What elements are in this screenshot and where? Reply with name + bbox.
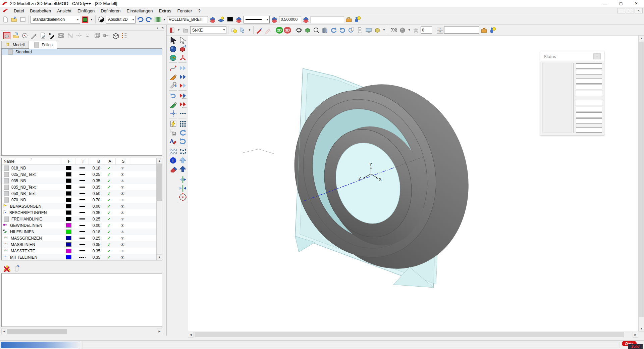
dots-c-icon[interactable] xyxy=(178,147,187,156)
rotate-cycle-icon[interactable] xyxy=(169,91,177,100)
status-field[interactable] xyxy=(576,70,602,75)
status-field[interactable] xyxy=(576,85,602,90)
table-row[interactable]: 050_NB_Text0.50✓ xyxy=(2,190,162,197)
layer-active-cell[interactable]: ✓ xyxy=(102,223,116,228)
layer-color-cell[interactable] xyxy=(61,204,75,208)
layer-active-cell[interactable]: ✓ xyxy=(102,217,116,221)
col-header-t[interactable]: T xyxy=(75,158,89,165)
menu-bearbeiten[interactable]: Bearbeiten xyxy=(27,8,54,14)
status-field[interactable] xyxy=(576,100,602,105)
scroll-thumb[interactable] xyxy=(639,42,644,317)
menu-datei[interactable]: Datei xyxy=(11,8,27,14)
layer-visible-cell[interactable] xyxy=(116,211,129,215)
pencil-gray-icon[interactable] xyxy=(30,32,38,40)
status-field[interactable] xyxy=(576,106,602,111)
layer-linetype-cell[interactable] xyxy=(75,193,89,194)
dropdown-arrow-icon[interactable]: ▼ xyxy=(90,15,94,23)
rotate-left-icon[interactable] xyxy=(330,26,338,34)
badge-2d[interactable]: 2D xyxy=(276,27,283,34)
zoom-pages-icon[interactable] xyxy=(321,26,329,34)
line-width-input[interactable] xyxy=(279,16,301,23)
layer-linetype-cell[interactable] xyxy=(75,206,89,207)
helper-pen-icon[interactable]: H xyxy=(48,32,56,40)
dropdown-arrow-icon[interactable]: ▼ xyxy=(382,26,386,34)
layer-visible-cell[interactable] xyxy=(116,236,129,240)
line-name-input[interactable] xyxy=(167,16,208,23)
col-header-s[interactable]: S xyxy=(116,158,129,165)
table-row[interactable]: BEMASSUNGEN0.00✓ xyxy=(2,203,162,209)
tab-folien[interactable]: Folien xyxy=(29,41,57,49)
table-row[interactable]: 018_NB0.18✓ xyxy=(2,165,162,171)
layer-visible-cell[interactable] xyxy=(116,204,129,208)
orbit-page-icon[interactable] xyxy=(347,26,355,34)
dots-b-icon[interactable] xyxy=(178,119,187,128)
selection-mode-select[interactable]: Standardselektion▼ xyxy=(31,16,80,23)
dots-a-icon[interactable] xyxy=(178,109,187,117)
bolt-icon[interactable] xyxy=(102,32,110,40)
mirror-b-icon[interactable] xyxy=(178,184,187,192)
child-close-button[interactable]: ✕ xyxy=(635,8,643,13)
layer-linetype-cell[interactable] xyxy=(75,174,89,175)
layer-color-cell[interactable] xyxy=(61,230,75,234)
layer-linetype-cell[interactable] xyxy=(75,218,89,219)
iso-box-icon[interactable] xyxy=(111,32,119,40)
scroll-thumb[interactable] xyxy=(157,164,162,201)
wrench-icon[interactable] xyxy=(169,81,177,90)
aux-3d-input[interactable] xyxy=(444,27,479,34)
layer-visible-cell[interactable] xyxy=(116,179,129,183)
window-icon[interactable] xyxy=(19,15,27,23)
table-row[interactable]: BESCHRIFTUNGEN0.35✓ xyxy=(2,209,162,216)
rotate-right-icon[interactable] xyxy=(338,26,346,34)
layer-visible-cell[interactable] xyxy=(116,198,129,202)
layer-visible-cell[interactable] xyxy=(116,243,129,247)
layer-active-cell[interactable]: ✓ xyxy=(102,204,116,209)
count-spinner-value[interactable]: 0 xyxy=(421,27,432,34)
layer-active-cell[interactable]: ✓ xyxy=(102,210,116,215)
layer-color-cell[interactable] xyxy=(61,255,75,259)
layer-table-vscrollbar[interactable]: ▲ ▼ xyxy=(156,158,162,260)
layer-linetype-cell[interactable] xyxy=(75,180,89,181)
layer-visible-cell[interactable] xyxy=(116,230,129,234)
text-edit-icon[interactable]: A xyxy=(169,137,177,145)
layer-color-cell[interactable] xyxy=(61,210,75,215)
layer-active-cell[interactable]: ✓ xyxy=(102,242,116,247)
layer-color-cell[interactable] xyxy=(61,223,75,228)
scroll-right-icon[interactable]: ▶ xyxy=(633,332,638,338)
child-restore-button[interactable]: ▢ xyxy=(626,8,634,13)
layer-linetype-cell[interactable] xyxy=(75,167,89,168)
timer-icon[interactable] xyxy=(21,32,29,40)
layer-active-cell[interactable]: ✓ xyxy=(102,191,116,196)
table-row[interactable]: GEWINDELINIEN0.00✓ xyxy=(2,222,162,229)
layer-linetype-cell[interactable] xyxy=(75,212,89,213)
layer-color-cell[interactable] xyxy=(61,242,75,247)
child-minimize-button[interactable]: — xyxy=(617,8,625,13)
paste-clipboard-icon[interactable] xyxy=(13,264,21,272)
layer-diamond-icon[interactable] xyxy=(270,15,278,23)
dash-icon[interactable] xyxy=(84,32,92,40)
layer-visible-cell[interactable] xyxy=(116,255,129,259)
table-row[interactable]: HHILFSLINIEN0.18✓ xyxy=(2,229,162,235)
layer-active-cell[interactable]: ✓ xyxy=(102,230,116,234)
layer-color-cell[interactable] xyxy=(61,166,75,170)
layer-diamond-icon[interactable] xyxy=(235,15,243,23)
orbit-icon[interactable] xyxy=(295,26,303,34)
layer-color-cell[interactable] xyxy=(61,172,75,177)
spin-down-icon[interactable]: ▼ xyxy=(437,30,443,34)
menu-einstellungen[interactable]: Einstellungen xyxy=(123,8,156,14)
tree-item-standard[interactable]: Standard xyxy=(2,49,162,55)
toolbox-icon[interactable] xyxy=(345,15,353,23)
layer-visible-cell[interactable] xyxy=(116,172,129,177)
col-header-a[interactable]: A xyxy=(102,158,116,165)
layer-active-cell[interactable]: ✓ xyxy=(102,166,116,170)
layer-linetype-cell[interactable] xyxy=(75,231,89,232)
layer-active-cell[interactable]: ✓ xyxy=(102,179,116,183)
dock-collapse-button[interactable]: ◂ xyxy=(155,26,160,30)
sheet-pencil-icon[interactable] xyxy=(39,32,47,40)
layer-linetype-cell[interactable] xyxy=(75,257,89,258)
profile-select[interactable]: St-KE▼ xyxy=(190,26,226,34)
mirror-a-icon[interactable] xyxy=(178,175,187,184)
layer-active-cell[interactable]: ✓ xyxy=(102,198,116,202)
layer-linetype-cell[interactable] xyxy=(75,244,89,245)
pen-light-icon[interactable] xyxy=(264,26,272,34)
sphere-blue-icon[interactable] xyxy=(169,44,177,53)
